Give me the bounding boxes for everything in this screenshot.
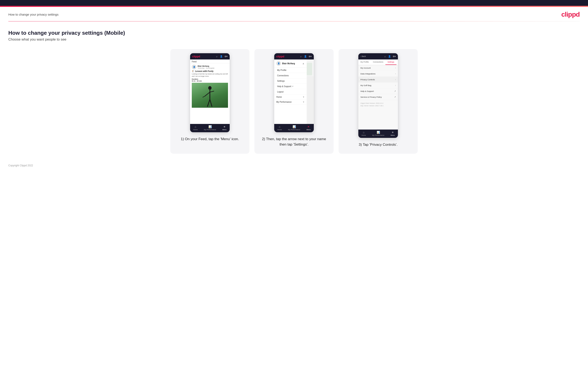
logo: clippd (561, 11, 580, 18)
search-icon-2: ⌕ (299, 55, 303, 58)
tab-connections[interactable]: Connections (371, 59, 385, 65)
chevron-down-performance: ▼ (303, 101, 305, 103)
svg-line-2 (205, 92, 210, 96)
settings-icon-2: ⊕▾ (308, 55, 312, 58)
user-icon-3: 👤 (388, 55, 391, 58)
settings-tabs: My Profile Connections Settings (358, 59, 398, 65)
golfer-svg (202, 85, 218, 108)
menu-overlay: 👤 Blair McHarg ▲ My Profile Connections … (274, 59, 307, 124)
svg-line-4 (208, 99, 210, 107)
menu-item-help[interactable]: Help & Support ↗ (274, 84, 307, 89)
home-icon-3: ⌂ (363, 131, 365, 134)
avatar: 👤 (192, 65, 196, 69)
back-button[interactable]: ‹ Back (360, 55, 366, 57)
phone2-body: Feed content... 👤 Blair McHarg ▲ (274, 59, 314, 124)
bottom-performance-3: 📊 My Performance (372, 131, 384, 136)
settings-item-my-account[interactable]: My Account › (358, 65, 398, 71)
menu-avatar: 👤 (276, 61, 281, 66)
steps-container: clippd ⌕ 👤 ⊕▾ Feed 👤 Blair McHarg (8, 49, 580, 154)
chevron-right-privacy: › (395, 78, 396, 81)
bottom-home-2: ⌂ Home (277, 125, 282, 131)
phone1-logo: clippd (192, 55, 200, 58)
copyright-text: Copyright Clippd 2022 (8, 164, 33, 167)
step-1-card: clippd ⌕ 👤 ⊕▾ Feed 👤 Blair McHarg (170, 49, 250, 154)
menu-item-my-profile[interactable]: My Profile (274, 67, 307, 73)
post-meta: Yesterday · Sunningdale (198, 67, 215, 69)
tab-settings[interactable]: Settings (385, 59, 397, 65)
svg-line-6 (203, 96, 205, 97)
phone3-bottom-bar: ⌂ Home 📊 My Performance ≡ Menu (358, 130, 398, 138)
external-link-icon-service: ↗ (394, 96, 396, 98)
user-icon: 👤 (220, 55, 223, 58)
phone-mockup-1: clippd ⌕ 👤 ⊕▾ Feed 👤 Blair McHarg (190, 53, 230, 132)
performance-icon-2: 📊 (293, 125, 296, 128)
performance-icon-3: 📊 (377, 131, 380, 134)
version-info: Clippd Client Version: 2022.8.3-3 GQL Se… (358, 100, 398, 109)
step-2-caption: 2) Then, tap the arrow next to your name… (259, 136, 329, 147)
phone1-nav-icons: ⌕ 👤 ⊕▾ (215, 55, 228, 58)
chevron-up-icon: ▲ (302, 62, 305, 65)
bottom-menu-3: ≡ Menu (391, 131, 395, 136)
performance-icon: 📊 (208, 125, 212, 128)
step-3-card: ‹ Back ⌕ 👤 ⊕▾ My Profile Connections Set… (338, 49, 418, 154)
settings-item-data-integrations[interactable]: Data Integrations › (358, 71, 398, 77)
svg-point-0 (208, 86, 212, 90)
phone2-nav-icons: ⌕ 👤 ⊕▾ (299, 55, 312, 58)
phone-mockup-3: ‹ Back ⌕ 👤 ⊕▾ My Profile Connections Set… (358, 53, 398, 138)
step-1-caption: 1) On your Feed, tap the 'Menu' icon. (181, 136, 239, 142)
settings-item-my-golf-bag[interactable]: My Golf Bag › (358, 83, 398, 88)
step-3-caption: 3) Tap 'Privacy Controls'. (359, 142, 398, 147)
menu-user-row: 👤 Blair McHarg ▲ (274, 59, 307, 67)
menu-item-connections[interactable]: Connections (274, 73, 307, 78)
bottom-performance: 📊 My Performance (204, 125, 216, 131)
home-icon: ⌂ (195, 125, 196, 128)
menu-item-settings[interactable]: Settings (274, 78, 307, 84)
phone3-body: My Account › Data Integrations › Privacy… (358, 65, 398, 130)
home-icon-2: ⌂ (279, 125, 280, 128)
bottom-home: ⌂ Home (193, 125, 198, 131)
settings-icon: ⊕▾ (224, 55, 228, 58)
lesson-icon: 🏌️ (192, 70, 194, 72)
settings-item-service-privacy[interactable]: Service & Privacy Policy ↗ (358, 94, 398, 100)
bottom-menu: ≡ Menu (222, 125, 226, 131)
page-heading: How to change your privacy settings (Mob… (8, 30, 580, 36)
close-icon: ✕ (307, 125, 310, 128)
bottom-home-3: ⌂ Home (362, 131, 366, 136)
search-icon: ⌕ (215, 55, 218, 58)
chevron-right-bag: › (395, 84, 396, 86)
header: How to change your privacy settings clip… (0, 7, 588, 21)
external-link-icon: ↗ (292, 85, 293, 87)
svg-line-3 (210, 91, 214, 92)
search-icon-3: ⌕ (383, 55, 387, 58)
tab-my-profile[interactable]: My Profile (358, 59, 371, 65)
phone3-nav-icons: ⌕ 👤 ⊕▾ (383, 55, 396, 58)
top-bar (0, 0, 588, 6)
chevron-right-account: › (395, 67, 396, 69)
settings-item-help-support[interactable]: Help & Support ↗ (358, 88, 398, 94)
svg-line-5 (210, 99, 212, 107)
menu-icon: ≡ (224, 125, 225, 128)
post-duration: Duration 01 hr : 30 min (192, 78, 228, 82)
step-2-card: clippd ⌕ 👤 ⊕▾ Feed content... (254, 49, 334, 154)
menu-expand-performance[interactable]: My Performance ▼ (274, 100, 307, 105)
post-text: Looking to feel like my hands are exitin… (192, 73, 228, 77)
feed-post: 👤 Blair McHarg Yesterday · Sunningdale 🏌… (190, 63, 230, 109)
external-link-icon-help: ↗ (394, 90, 396, 92)
lesson-title: 🏌️ Lesson with Fordy (192, 70, 228, 72)
phone-mockup-2: clippd ⌕ 👤 ⊕▾ Feed content... (274, 53, 314, 132)
bottom-menu-2: ✕ Menu (306, 125, 311, 131)
footer: Copyright Clippd 2022 (0, 158, 588, 171)
chevron-down-home: ▼ (303, 96, 305, 98)
menu-user-name: Blair McHarg (282, 62, 295, 65)
menu-expand-home[interactable]: Home ▼ (274, 95, 307, 100)
menu-item-logout[interactable]: Logout (274, 89, 307, 95)
phone2-nav: clippd ⌕ 👤 ⊕▾ (274, 53, 314, 59)
phone2-bottom-bar: ⌂ Home 📊 My Performance ✕ Menu (274, 124, 314, 132)
post-user-info: Blair McHarg Yesterday · Sunningdale (198, 65, 215, 69)
post-user: Blair McHarg (198, 65, 215, 67)
main-content: How to change your privacy settings (Mob… (0, 21, 588, 158)
phone3-nav: ‹ Back ⌕ 👤 ⊕▾ (358, 53, 398, 59)
settings-item-privacy-controls[interactable]: Privacy Controls › (358, 77, 398, 83)
phone1-nav: clippd ⌕ 👤 ⊕▾ (190, 53, 230, 59)
golf-image (192, 83, 228, 108)
